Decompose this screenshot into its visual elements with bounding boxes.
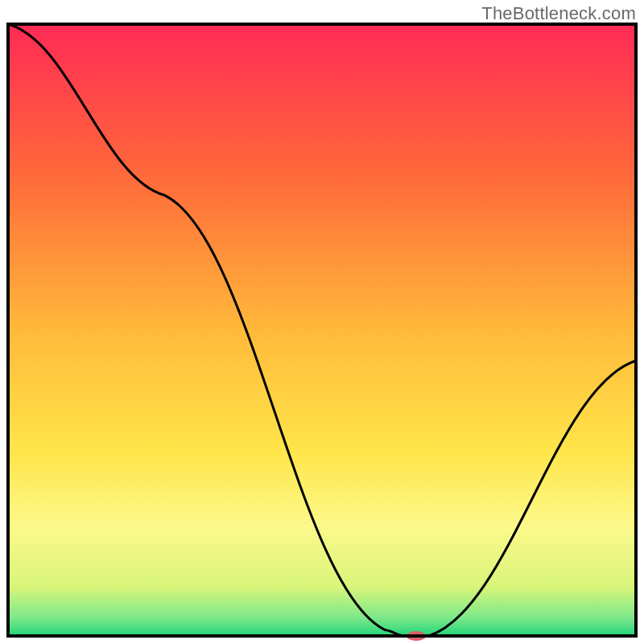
bottleneck-chart: TheBottleneck.com: [0, 0, 644, 644]
chart-svg: [0, 0, 644, 644]
watermark-text: TheBottleneck.com: [481, 3, 636, 24]
plot-area: [8, 24, 636, 641]
